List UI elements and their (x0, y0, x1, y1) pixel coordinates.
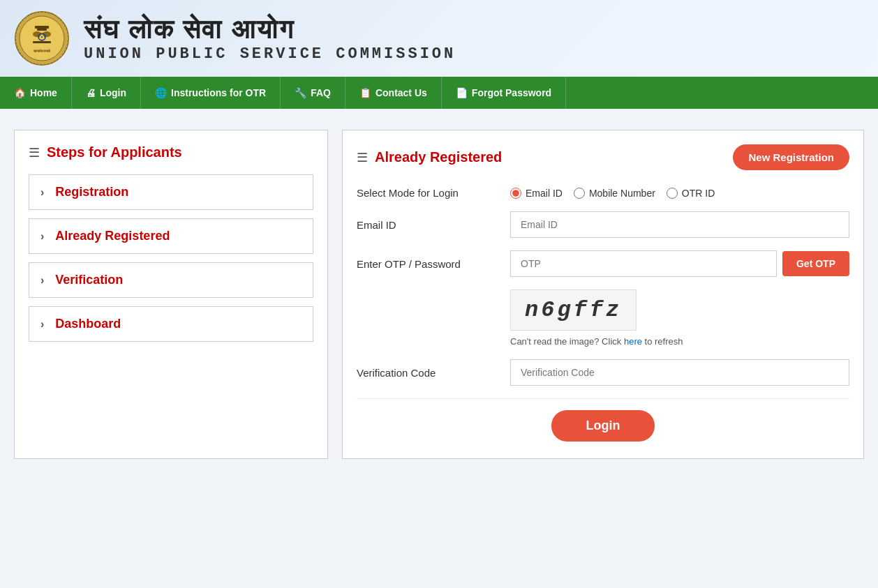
nav-faq[interactable]: 🔧 FAQ (281, 77, 345, 109)
captcha-refresh-prefix: Can't read the image? Click (510, 336, 621, 347)
otp-input[interactable] (510, 250, 777, 277)
radio-otr-input[interactable] (667, 188, 678, 199)
login-mode-label: Select Mode for Login (357, 187, 510, 199)
left-panel: ☰ Steps for Applicants › Registration › … (14, 130, 328, 459)
radio-otr[interactable]: OTR ID (667, 188, 715, 199)
right-panel-header: ☰ Already Registered New Registration (357, 144, 849, 170)
left-panel-header: ☰ Steps for Applicants (29, 144, 313, 160)
captcha-refresh-suffix: to refresh (645, 336, 683, 347)
login-mode-row: Select Mode for Login Email ID Mobile Nu… (357, 187, 849, 199)
svg-point-7 (41, 36, 43, 38)
nav-login-label: Login (100, 87, 126, 98)
forgot-icon: 📄 (456, 87, 468, 98)
faq-icon: 🔧 (295, 87, 306, 98)
nav-instructions[interactable]: 🌐 Instructions for OTR (141, 77, 281, 109)
verification-label: Verification Code (357, 367, 510, 379)
verification-input[interactable] (510, 359, 849, 386)
contact-icon: 📋 (359, 87, 371, 98)
login-mode-controls: Email ID Mobile Number OTR ID (510, 188, 849, 199)
nav-forgot-label: Forgot Password (472, 87, 551, 98)
right-panel-left: ☰ Already Registered (357, 149, 502, 165)
svg-rect-12 (33, 41, 51, 43)
captcha-value: n6gffz (525, 297, 622, 323)
login-section: Login (357, 398, 849, 444)
captcha-section: n6gffz Can't read the image? Click here … (510, 289, 849, 347)
step-dashboard[interactable]: › Dashboard (29, 306, 313, 342)
get-otp-button[interactable]: Get OTP (782, 251, 849, 276)
svg-text:सत्यमेव जयते: सत्यमेव जयते (33, 49, 51, 53)
captcha-refresh-text: Can't read the image? Click here to refr… (510, 336, 849, 347)
svg-rect-2 (35, 26, 49, 29)
step-arrow-verification: › (40, 274, 44, 287)
login-button[interactable]: Login (551, 410, 655, 442)
radio-mobile[interactable]: Mobile Number (574, 188, 655, 199)
upsc-emblem: सत्यमेव जयते (14, 10, 70, 66)
step-label-verification: Verification (55, 273, 123, 287)
radio-mobile-input[interactable] (574, 188, 585, 199)
nav-login[interactable]: 🖨 Login (72, 77, 141, 109)
login-icon: 🖨 (86, 87, 96, 98)
radio-email-input[interactable] (510, 188, 521, 199)
radio-otr-label: OTR ID (682, 188, 715, 199)
email-row: Email ID (357, 211, 849, 238)
captcha-refresh-link[interactable]: here (624, 336, 642, 347)
otp-controls: Get OTP (510, 250, 849, 277)
nav-instructions-label: Instructions for OTR (171, 87, 266, 98)
step-registration[interactable]: › Registration (29, 174, 313, 210)
captcha-image: n6gffz (510, 289, 637, 331)
radio-mobile-label: Mobile Number (589, 188, 655, 199)
verification-controls (510, 359, 849, 386)
step-verification[interactable]: › Verification (29, 262, 313, 298)
otp-input-row: Get OTP (510, 250, 849, 277)
new-registration-button[interactable]: New Registration (733, 144, 849, 170)
step-label-already-registered: Already Registered (55, 229, 170, 243)
step-arrow-registration: › (40, 186, 44, 199)
header-english-title: UNION PUBLIC SERVICE COMMISSION (84, 45, 456, 63)
navbar: 🏠 Home 🖨 Login 🌐 Instructions for OTR 🔧 … (0, 77, 878, 109)
step-arrow-dashboard: › (40, 318, 44, 331)
home-icon: 🏠 (14, 87, 26, 98)
step-label-registration: Registration (55, 185, 128, 199)
svg-point-1 (20, 16, 64, 61)
email-controls (510, 211, 849, 238)
otp-row: Enter OTP / Password Get OTP (357, 250, 849, 277)
otp-label: Enter OTP / Password (357, 258, 510, 270)
email-label: Email ID (357, 219, 510, 231)
nav-contact-label: Contact Us (375, 87, 427, 98)
instructions-icon: 🌐 (155, 87, 167, 98)
nav-forgot[interactable]: 📄 Forgot Password (442, 77, 566, 109)
header-hindi-title: संघ लोक सेवा आयोग (84, 15, 456, 45)
step-label-dashboard: Dashboard (55, 317, 121, 331)
step-arrow-already-registered: › (40, 230, 44, 243)
email-input[interactable] (510, 211, 849, 238)
step-already-registered[interactable]: › Already Registered (29, 218, 313, 254)
radio-group-login-mode: Email ID Mobile Number OTR ID (510, 188, 849, 199)
menu-icon: ☰ (29, 145, 40, 160)
header-text: संघ लोक सेवा आयोग UNION PUBLIC SERVICE C… (84, 15, 456, 63)
main-content: ☰ Steps for Applicants › Registration › … (0, 109, 878, 480)
nav-contact[interactable]: 📋 Contact Us (345, 77, 442, 109)
left-panel-title: Steps for Applicants (47, 144, 182, 160)
nav-home-label: Home (30, 87, 57, 98)
nav-faq-label: FAQ (311, 87, 331, 98)
right-menu-icon: ☰ (357, 150, 368, 165)
radio-email[interactable]: Email ID (510, 188, 563, 199)
svg-rect-3 (37, 29, 47, 31)
header: सत्यमेव जयते संघ लोक सेवा आयोग UNION PUB… (0, 0, 878, 77)
verification-row: Verification Code (357, 359, 849, 386)
right-panel-title: Already Registered (375, 149, 502, 165)
right-panel: ☰ Already Registered New Registration Se… (342, 130, 864, 459)
nav-home[interactable]: 🏠 Home (0, 77, 72, 109)
radio-email-label: Email ID (526, 188, 563, 199)
